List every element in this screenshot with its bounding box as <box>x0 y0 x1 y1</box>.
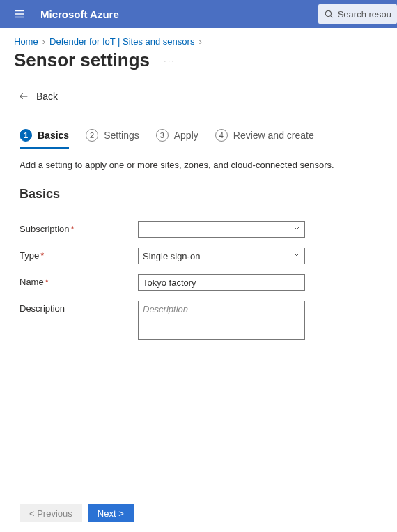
hamburger-menu-button[interactable] <box>6 0 33 28</box>
tab-review-and-create[interactable]: 4 Review and create <box>215 129 314 149</box>
tab-settings[interactable]: 2 Settings <box>86 129 139 149</box>
type-select-input[interactable] <box>138 248 305 264</box>
subscription-select[interactable] <box>138 221 305 238</box>
type-select[interactable] <box>138 248 305 264</box>
brand-label: Microsoft Azure <box>40 8 119 20</box>
name-label: Name* <box>20 274 138 287</box>
page-title: Sensor settings <box>14 50 150 71</box>
page-title-row: Sensor settings ··· <box>0 50 397 85</box>
page-hint: Add a setting to apply one or more sites… <box>20 160 377 170</box>
wizard-steps: 1 Basics 2 Settings 3 Apply 4 Review and… <box>20 129 377 149</box>
basics-form: Subscription* Type* Name* <box>20 221 377 340</box>
svg-point-3 <box>325 10 331 16</box>
breadcrumb: Home › Defender for IoT | Sites and sens… <box>0 28 397 50</box>
svg-line-4 <box>330 16 332 18</box>
search-icon <box>324 9 334 19</box>
back-arrow-icon <box>18 91 29 102</box>
step-label: Review and create <box>233 130 314 141</box>
step-number: 3 <box>156 129 169 142</box>
chevron-right-icon: › <box>42 36 45 47</box>
description-label: Description <box>20 301 138 314</box>
previous-button[interactable]: < Previous <box>20 504 82 522</box>
step-label: Basics <box>38 130 69 141</box>
type-label: Type* <box>20 248 138 261</box>
subscription-label: Subscription* <box>20 221 138 234</box>
hamburger-icon <box>13 8 26 20</box>
breadcrumb-home[interactable]: Home <box>14 36 38 47</box>
breadcrumb-product[interactable]: Defender for IoT | Sites and sensors <box>49 36 194 47</box>
content-area: 1 Basics 2 Settings 3 Apply 4 Review and… <box>0 112 397 356</box>
back-label: Back <box>36 91 58 102</box>
step-number: 4 <box>215 129 228 142</box>
more-actions-button[interactable]: ··· <box>164 55 176 66</box>
azure-topbar: Microsoft Azure Search resou <box>0 0 397 28</box>
wizard-footer: < Previous Next > <box>20 504 134 522</box>
step-label: Settings <box>104 130 139 141</box>
section-title-basics: Basics <box>20 187 377 202</box>
subscription-select-input[interactable] <box>138 221 305 238</box>
description-textarea[interactable] <box>138 301 305 340</box>
step-number: 1 <box>20 129 32 142</box>
tab-basics[interactable]: 1 Basics <box>20 129 69 149</box>
step-label: Apply <box>174 130 198 141</box>
tab-apply[interactable]: 3 Apply <box>156 129 198 149</box>
search-placeholder: Search resou <box>338 9 391 20</box>
back-button[interactable]: Back <box>0 85 397 112</box>
next-button[interactable]: Next > <box>88 504 134 522</box>
chevron-right-icon: › <box>198 36 201 47</box>
name-input[interactable] <box>138 274 305 291</box>
step-number: 2 <box>86 129 98 142</box>
global-search-input[interactable]: Search resou <box>318 4 397 24</box>
